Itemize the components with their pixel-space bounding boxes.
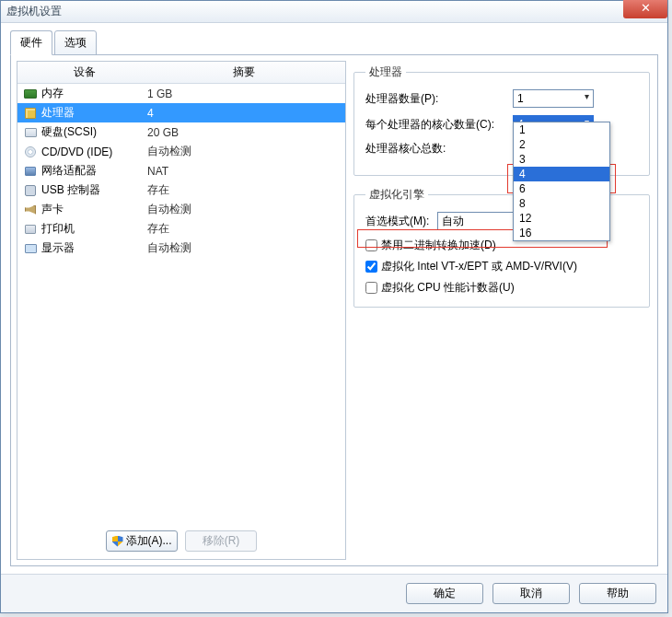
virtualize-cpu-counters-checkbox[interactable] (365, 282, 377, 294)
dropdown-option[interactable]: 12 (514, 211, 609, 226)
virtualize-cpu-counters-label: 虚拟化 CPU 性能计数器(U) (381, 280, 515, 296)
tab-options[interactable]: 选项 (54, 30, 97, 55)
cd-icon (23, 145, 38, 159)
help-button[interactable]: 帮助 (579, 583, 656, 604)
processor-count-label: 处理器数量(P): (365, 91, 513, 107)
hw-summary: 自动检测 (147, 202, 345, 217)
dropdown-option-selected[interactable]: 4 (514, 167, 609, 181)
cpu-icon (23, 106, 38, 121)
hardware-table-header: 设备 摘要 (17, 62, 345, 84)
col-header-summary: 摘要 (142, 64, 345, 80)
disable-binary-translation-checkbox[interactable] (365, 239, 377, 251)
hw-name: USB 控制器 (41, 182, 147, 198)
hw-summary: 1 GB (147, 87, 345, 100)
add-hardware-button[interactable]: 添加(A)... (106, 530, 178, 552)
hw-name: 显示器 (41, 240, 147, 256)
cancel-button[interactable]: 取消 (492, 583, 570, 604)
hardware-list[interactable]: 内存 1 GB 处理器 4 硬盘(SCSI) 20 GB (17, 84, 345, 525)
usb-icon (23, 183, 38, 198)
processor-legend: 处理器 (365, 64, 406, 80)
dropdown-option[interactable]: 6 (514, 181, 609, 196)
dropdown-option[interactable]: 3 (514, 152, 609, 167)
sound-icon (23, 203, 38, 217)
disk-icon (23, 125, 38, 140)
ok-button[interactable]: 确定 (406, 583, 483, 604)
hw-summary: 20 GB (147, 126, 345, 139)
hw-row-sound[interactable]: 声卡 自动检测 (17, 200, 345, 219)
hw-summary: NAT (147, 165, 345, 178)
cores-per-proc-label: 每个处理器的核心数量(C): (365, 117, 513, 133)
hw-name: CD/DVD (IDE) (41, 146, 147, 158)
hw-row-disk[interactable]: 硬盘(SCSI) 20 GB (17, 122, 345, 142)
hw-row-display[interactable]: 显示器 自动检测 (17, 239, 345, 258)
hw-summary: 存在 (147, 182, 345, 198)
total-cores-label: 处理器核心总数: (365, 141, 513, 157)
content-area: 硬件 选项 设备 摘要 内存 1 GB 处理器 (1, 23, 667, 574)
tab-hardware[interactable]: 硬件 (10, 30, 52, 55)
hw-row-memory[interactable]: 内存 1 GB (17, 84, 345, 103)
hw-name: 处理器 (41, 105, 147, 121)
tab-strip: 硬件 选项 (10, 30, 658, 55)
hw-name: 声卡 (41, 202, 147, 217)
processor-count-select[interactable] (513, 89, 594, 108)
col-header-device: 设备 (17, 64, 142, 80)
hw-name: 硬盘(SCSI) (41, 124, 147, 140)
virtualize-vt-label: 虚拟化 Intel VT-x/EPT 或 AMD-V/RVI(V) (381, 259, 577, 274)
disable-binary-translation-label: 禁用二进制转换加速(D) (381, 238, 496, 253)
hw-summary: 自动检测 (147, 144, 345, 159)
dropdown-option[interactable]: 8 (514, 196, 609, 211)
display-icon (23, 241, 38, 256)
memory-icon (23, 87, 38, 101)
hw-row-usb[interactable]: USB 控制器 存在 (17, 180, 345, 200)
virtualization-legend: 虚拟化引擎 (365, 187, 428, 203)
hw-name: 网络适配器 (41, 163, 147, 179)
shield-icon (112, 536, 123, 547)
hw-summary: 自动检测 (147, 240, 345, 256)
window-title: 虚拟机设置 (6, 4, 62, 19)
dropdown-option[interactable]: 16 (514, 226, 609, 240)
remove-hardware-button[interactable]: 移除(R) (185, 530, 257, 552)
net-icon (23, 164, 38, 179)
close-button[interactable]: ✕ (623, 0, 667, 18)
titlebar: 虚拟机设置 ✕ (1, 1, 667, 23)
hw-name: 内存 (41, 86, 147, 101)
cores-dropdown[interactable]: 1 2 3 4 6 8 12 16 (513, 122, 610, 241)
preferred-mode-label: 首选模式(M): (365, 214, 437, 229)
printer-icon (23, 222, 38, 237)
vm-settings-window: 虚拟机设置 ✕ 硬件 选项 设备 摘要 内存 1 GB (0, 0, 668, 613)
dropdown-option[interactable]: 1 (514, 122, 609, 137)
hw-summary: 4 (147, 107, 345, 120)
hw-row-cddvd[interactable]: CD/DVD (IDE) 自动检测 (17, 142, 345, 161)
hw-row-processor[interactable]: 处理器 4 (17, 103, 345, 122)
dropdown-option[interactable]: 2 (514, 137, 609, 152)
hardware-buttons: 添加(A)... 移除(R) (17, 525, 345, 559)
hw-row-network[interactable]: 网络适配器 NAT (17, 161, 345, 180)
add-button-label: 添加(A)... (126, 533, 172, 549)
dialog-footer: 确定 取消 帮助 (1, 574, 667, 612)
virtualize-vt-checkbox[interactable] (365, 261, 377, 273)
hw-row-printer[interactable]: 打印机 存在 (17, 219, 345, 239)
hardware-panel: 设备 摘要 内存 1 GB 处理器 4 (17, 61, 346, 560)
hw-summary: 存在 (147, 221, 345, 237)
hw-name: 打印机 (41, 221, 147, 237)
